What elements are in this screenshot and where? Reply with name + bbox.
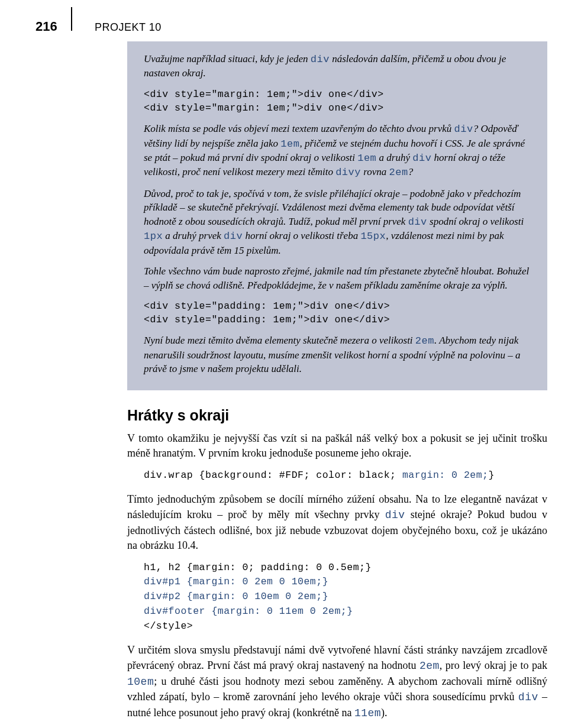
page: 216 PROJEKT 10 Uvažujme například situac… — [0, 0, 568, 728]
code-inline: divy — [335, 167, 361, 178]
code-inline: 11em — [354, 707, 381, 719]
text: Kolik místa se podle vás objeví mezi tex… — [144, 123, 454, 134]
code-inline: 10em — [127, 676, 154, 688]
page-header: 216 PROJEKT 10 — [36, 12, 532, 34]
callout-box: Uvažujme například situaci, kdy je jeden… — [127, 41, 547, 390]
code-inline: 1em — [280, 138, 299, 150]
code-inline: 2em — [389, 167, 408, 178]
text: ). — [381, 707, 388, 719]
code-line: div#footer {margin: 0 11em 0 2em;} — [144, 606, 353, 617]
content-column: Uvažujme například situaci, kdy je jeden… — [127, 41, 547, 721]
body-para-1: V tomto okamžiku je nejvyšší čas vzít si… — [127, 431, 547, 461]
code-inline: 2em — [415, 335, 434, 347]
body-para-2: Tímto jednoduchým způsobem se docílí mír… — [127, 492, 547, 553]
code-inline: div — [454, 124, 473, 135]
body-code-2: h1, h2 {margin: 0; padding: 0 0.5em;} di… — [144, 561, 547, 634]
code-line: </style> — [144, 620, 193, 632]
text: ? — [408, 166, 414, 177]
code-inline: div — [518, 691, 538, 703]
callout-para-3: Důvod, proč to tak je, spočívá v tom, že… — [144, 187, 531, 257]
code-block-2: <div style="padding: 1em;">div one</div>… — [144, 299, 531, 326]
code-inline: div — [412, 153, 431, 164]
code-inline: div — [311, 54, 330, 65]
callout-para-5: Nyní bude mezi těmito dvěma elementy sku… — [144, 334, 531, 376]
text: rovna — [361, 166, 389, 177]
text: , pro levý okraj je to pak — [440, 659, 547, 671]
code-inline: 1em — [357, 153, 376, 164]
code-line: div#p2 {margin: 0 10em 0 2em;} — [144, 591, 328, 602]
callout-para-4: Tohle všechno vám bude naprosto zřejmé, … — [144, 264, 531, 292]
callout-para-1: Uvažujme například situaci, kdy je jeden… — [144, 52, 531, 80]
code-inline: 2em — [419, 660, 440, 672]
section-heading: Hrátky s okraji — [127, 407, 547, 424]
text: Nyní bude mezi těmito dvěma elementy sku… — [144, 335, 415, 346]
code-keyword: margin: 0 2em; — [402, 470, 489, 481]
code-line: div#p1 {margin: 0 2em 0 10em;} — [144, 576, 328, 587]
text: a druhý prvek — [163, 230, 224, 241]
text: a druhý — [376, 152, 412, 163]
body-code-1: div.wrap {background: #FDF; color: black… — [144, 468, 547, 483]
page-number: 216 — [36, 19, 71, 34]
header-divider — [71, 7, 72, 31]
text: } — [489, 470, 495, 481]
code-inline: 1px — [144, 231, 163, 242]
callout-para-2: Kolik místa se podle vás objeví mezi tex… — [144, 122, 531, 180]
body-para-3: V určitém slova smyslu představují námi … — [127, 643, 547, 721]
text: div.wrap {background: #FDF; color: black… — [144, 470, 402, 481]
code-inline: 15px — [360, 231, 386, 242]
code-block-1: <div style="margin: 1em;">div one</div> … — [144, 88, 531, 115]
text: Uvažujme například situaci, kdy je jeden — [144, 53, 311, 64]
text: horní okraj o velikosti třeba — [243, 230, 360, 241]
code-inline: div — [385, 509, 405, 521]
code-line: h1, h2 {margin: 0; padding: 0 0.5em;} — [144, 562, 372, 573]
chapter-label: PROJEKT 10 — [95, 21, 162, 34]
code-inline: div — [224, 231, 243, 242]
text: spodní okraj o velikosti — [427, 216, 524, 227]
text: ; u druhé části jsou hodnoty mezi sebou … — [127, 675, 547, 703]
code-inline: div — [408, 216, 427, 228]
